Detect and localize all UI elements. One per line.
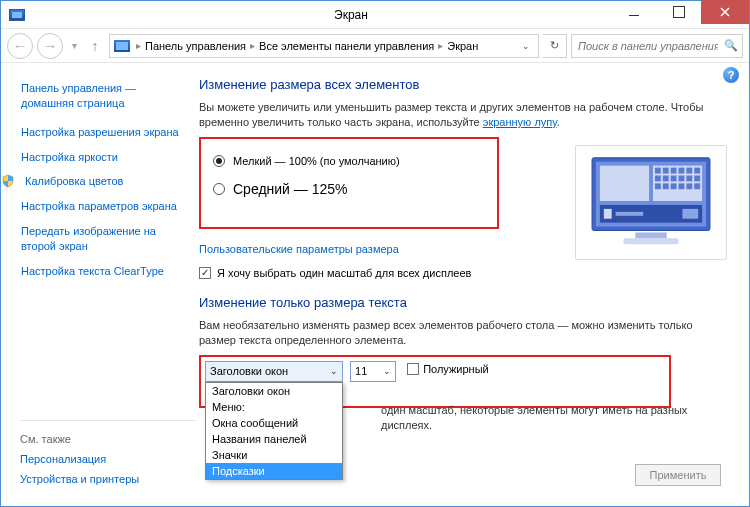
search-input[interactable]	[576, 39, 720, 53]
breadcrumb-item[interactable]: Экран	[447, 40, 478, 52]
search-box[interactable]: 🔍	[571, 34, 743, 58]
chevron-right-icon: ▸	[436, 40, 445, 51]
chevron-down-icon: ⌄	[330, 366, 338, 376]
dropdown-option[interactable]: Меню:	[206, 399, 342, 415]
back-button[interactable]: ←	[7, 33, 33, 59]
bold-label: Полужирный	[423, 363, 489, 375]
history-dropdown[interactable]: ▾	[67, 40, 81, 51]
main-pane: ? Изменение размера всех элементов Вы мо…	[199, 63, 749, 506]
element-combo-value: Заголовки окон	[210, 365, 288, 377]
breadcrumb-item[interactable]: Панель управления	[145, 40, 246, 52]
dropdown-option[interactable]: Заголовки окон	[206, 383, 342, 399]
one-scale-label: Я хочу выбрать один масштаб для всех дис…	[217, 267, 471, 279]
refresh-button[interactable]: ↻	[543, 34, 567, 58]
size-combo-value: 11	[355, 365, 367, 377]
size-combo[interactable]: 11 ⌄	[350, 361, 396, 382]
text-size-controls-highlight: Заголовки окон ⌄ 11 ⌄ Полужирный Заголов…	[199, 355, 671, 408]
svg-rect-17	[663, 183, 669, 189]
radio-medium[interactable]: Средний — 125%	[213, 181, 485, 197]
svg-rect-10	[655, 175, 661, 181]
dropdown-option-selected[interactable]: Подсказки	[206, 463, 342, 479]
svg-rect-4	[655, 168, 661, 174]
chevron-right-icon: ▸	[248, 40, 257, 51]
svg-rect-6	[671, 168, 677, 174]
radio-small[interactable]: Мелкий — 100% (по умолчанию)	[213, 155, 485, 167]
description-2: Вам необязательно изменять размер всех э…	[199, 318, 731, 349]
window-controls	[611, 1, 749, 28]
svg-rect-19	[679, 183, 685, 189]
search-icon: 🔍	[724, 39, 738, 52]
chevron-right-icon: ▸	[134, 40, 143, 51]
svg-rect-18	[671, 183, 677, 189]
svg-rect-25	[682, 209, 698, 219]
svg-rect-2	[600, 166, 649, 201]
sidebar-link-cleartype[interactable]: Настройка текста ClearType	[21, 264, 191, 279]
breadcrumb-dropdown[interactable]: ⌄	[522, 41, 530, 51]
radio-icon	[213, 183, 225, 195]
svg-rect-12	[671, 175, 677, 181]
svg-rect-9	[694, 168, 700, 174]
window: Экран ← → ▾ ↑ ▸ Панель управления ▸ Все …	[0, 0, 750, 507]
svg-rect-21	[694, 183, 700, 189]
obscured-note-text: один масштаб, некоторые элементы могут и…	[381, 403, 701, 434]
svg-rect-8	[686, 168, 692, 174]
titlebar: Экран	[1, 1, 749, 29]
magnifier-link[interactable]: экранную лупу	[483, 116, 557, 128]
bold-checkbox[interactable]	[407, 363, 419, 375]
breadcrumb[interactable]: ▸ Панель управления ▸ Все элементы панел…	[109, 34, 539, 58]
help-icon[interactable]: ?	[723, 67, 739, 83]
navbar: ← → ▾ ↑ ▸ Панель управления ▸ Все элемен…	[1, 29, 749, 63]
monitor-illustration	[575, 145, 727, 260]
app-icon	[9, 9, 25, 21]
element-combo-dropdown: Заголовки окон Меню: Окна сообщений Назв…	[205, 382, 343, 480]
one-scale-checkbox-row[interactable]: ✓ Я хочу выбрать один масштаб для всех д…	[199, 267, 731, 279]
body: Панель управления — домашняя страница На…	[1, 63, 749, 506]
svg-rect-7	[679, 168, 685, 174]
sidebar: Панель управления — домашняя страница На…	[1, 63, 199, 506]
element-combo[interactable]: Заголовки окон ⌄	[205, 361, 343, 382]
divider	[20, 420, 196, 421]
radio-medium-label: Средний — 125%	[233, 181, 348, 197]
svg-rect-14	[686, 175, 692, 181]
forward-button[interactable]: →	[37, 33, 63, 59]
up-button[interactable]: ↑	[85, 36, 105, 56]
close-button[interactable]	[701, 0, 749, 24]
maximize-button[interactable]	[656, 1, 701, 23]
radio-icon	[213, 155, 225, 167]
svg-rect-11	[663, 175, 669, 181]
svg-rect-15	[694, 175, 700, 181]
svg-rect-23	[604, 209, 612, 219]
dropdown-option[interactable]: Окна сообщений	[206, 415, 342, 431]
svg-rect-16	[655, 183, 661, 189]
svg-rect-20	[686, 183, 692, 189]
window-title: Экран	[91, 8, 611, 22]
heading-resize-all: Изменение размера всех элементов	[199, 77, 731, 92]
sidebar-link-display-settings[interactable]: Настройка параметров экрана	[21, 199, 191, 214]
devices-printers-link[interactable]: Устройства и принтеры	[20, 473, 200, 485]
svg-rect-5	[663, 168, 669, 174]
sidebar-link-color-calibration[interactable]: Калибровка цветов	[21, 174, 191, 189]
apply-button[interactable]: Применить	[635, 464, 721, 486]
svg-rect-27	[623, 238, 678, 244]
shield-icon	[1, 174, 17, 188]
chevron-down-icon: ⌄	[383, 366, 391, 376]
svg-rect-13	[679, 175, 685, 181]
sidebar-link-project[interactable]: Передать изображение на второй экран	[21, 224, 191, 254]
dropdown-option[interactable]: Названия панелей	[206, 431, 342, 447]
control-panel-icon	[114, 40, 130, 52]
scaling-options-highlight: Мелкий — 100% (по умолчанию) Средний — 1…	[199, 137, 499, 229]
sidebar-link-brightness[interactable]: Настройка яркости	[21, 150, 191, 165]
personalization-link[interactable]: Персонализация	[20, 453, 200, 465]
minimize-button[interactable]	[611, 1, 656, 23]
breadcrumb-item[interactable]: Все элементы панели управления	[259, 40, 434, 52]
control-panel-home-link[interactable]: Панель управления — домашняя страница	[21, 81, 191, 111]
heading-text-only: Изменение только размера текста	[199, 295, 731, 310]
checkbox-icon: ✓	[199, 267, 211, 279]
sidebar-link-resolution[interactable]: Настройка разрешения экрана	[21, 125, 191, 140]
see-also-label: См. также	[20, 433, 200, 445]
svg-rect-26	[635, 232, 666, 238]
svg-rect-24	[616, 212, 644, 216]
dropdown-option[interactable]: Значки	[206, 447, 342, 463]
description-1: Вы можете увеличить или уменьшить размер…	[199, 100, 731, 131]
radio-small-label: Мелкий — 100% (по умолчанию)	[233, 155, 400, 167]
